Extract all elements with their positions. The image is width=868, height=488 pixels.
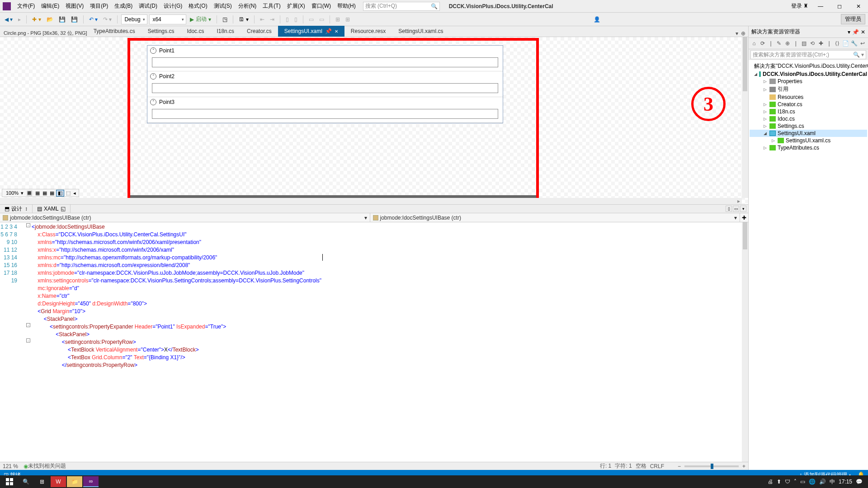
menu-project[interactable]: 项目(P): [87, 0, 111, 12]
nav-left-combo[interactable]: jobmode:IdocSettingsUIBase (ctr)▾: [0, 213, 370, 222]
popout-icon[interactable]: ◱: [61, 206, 66, 212]
expander-point3[interactable]: Point3: [159, 99, 175, 105]
sol-tb-7[interactable]: ✚: [817, 40, 824, 47]
point2-input[interactable]: [152, 83, 498, 93]
menu-build[interactable]: 生成(B): [112, 0, 135, 12]
designer-scrollbar-v[interactable]: [742, 37, 748, 198]
menu-tools[interactable]: 工具(T): [260, 0, 283, 12]
tray-2[interactable]: ⬆: [777, 479, 781, 485]
settings-node[interactable]: Settings.cs: [778, 123, 804, 129]
tray-1[interactable]: 🖨: [768, 479, 773, 485]
tray-clock[interactable]: 17:15: [839, 479, 852, 485]
settingsui-cs-node[interactable]: SettingsUI.xaml.cs: [786, 137, 830, 144]
zoom-tool-3[interactable]: ▦: [42, 190, 48, 196]
undo-button[interactable]: ↶ ▾: [87, 15, 99, 23]
tray-volume-icon[interactable]: 🔊: [819, 479, 826, 485]
sol-tb-3[interactable]: ✎: [775, 40, 783, 47]
align-6[interactable]: ⊞: [344, 15, 352, 23]
nav-back-button[interactable]: ◀ ▾: [3, 15, 14, 23]
tab-typeattributes[interactable]: TypeAttributes.cs: [87, 26, 142, 37]
tray-up-icon[interactable]: ˄: [794, 479, 797, 485]
sol-tb-4[interactable]: ⊕: [784, 40, 791, 47]
sol-tb-8[interactable]: ⟨⟩: [834, 40, 841, 47]
tab-creator-cs[interactable]: Creator.cs: [241, 26, 278, 37]
point1-input[interactable]: [152, 57, 498, 67]
indent-out[interactable]: ⇤: [258, 15, 266, 23]
expand-toggle[interactable]: ▷: [762, 117, 768, 121]
fold-column[interactable]: - - -: [25, 222, 32, 462]
pin-icon[interactable]: 📌: [325, 28, 332, 34]
settingsui-node[interactable]: SettingsUI.xaml: [778, 130, 816, 136]
zoom-in-icon[interactable]: +: [742, 463, 745, 469]
tool-window-button[interactable]: ⊕: [741, 30, 745, 37]
tab-settings-cs[interactable]: Settings.cs: [142, 26, 181, 37]
save-button[interactable]: 💾: [57, 15, 67, 23]
sol-tb-9[interactable]: 📄: [842, 40, 849, 47]
start-debug-button[interactable]: 启动 ▾: [188, 14, 213, 24]
menu-file[interactable]: 文件(F): [14, 0, 38, 12]
expander-point1[interactable]: Point1: [159, 47, 175, 54]
new-project-button[interactable]: ✚ ▾: [30, 15, 42, 23]
tab-resource-resx[interactable]: Resource.resx: [344, 26, 392, 37]
design-canvas[interactable]: ˄Point1 ˄Point2 ˄Point3: [147, 45, 503, 123]
expander-point2[interactable]: Point2: [159, 73, 175, 80]
quick-search-input[interactable]: 搜索 (Ctrl+Q) 🔍: [363, 2, 440, 11]
open-button[interactable]: 📂: [45, 15, 55, 23]
creator-node[interactable]: Creator.cs: [778, 101, 802, 108]
tray-action-center-icon[interactable]: 💬: [856, 479, 863, 485]
nav-right-combo[interactable]: jobmode:IdocSettingsUIBase (ctr)▾: [370, 213, 741, 222]
align-2[interactable]: ▯: [292, 15, 299, 23]
platform-combo[interactable]: x64: [149, 14, 186, 24]
align-5[interactable]: ⊞: [334, 15, 342, 23]
solution-tree[interactable]: 解决方案"DCCK.VisionPlus.iDocs.Utility.Cente…: [749, 60, 868, 470]
tab-circle-png[interactable]: Circle.png - PNG [36x36, 32 位, PNG]: [0, 30, 87, 37]
expand-toggle[interactable]: ▷: [762, 109, 768, 114]
solution-node[interactable]: 解决方案"DCCK.VisionPlus.iDocs.Utility.Cente…: [754, 62, 868, 70]
references-node[interactable]: 引用: [778, 85, 788, 93]
expand-toggle[interactable]: ▷: [762, 124, 768, 128]
expand-toggle[interactable]: ◢: [762, 131, 768, 136]
zoom-out-icon[interactable]: −: [678, 463, 681, 469]
close-tab-icon[interactable]: ✕: [335, 29, 338, 34]
task-view-icon[interactable]: ⊞: [34, 476, 50, 487]
align-4[interactable]: ▭: [317, 15, 326, 23]
designer-scrollbar-h[interactable]: ▸: [0, 198, 742, 204]
sol-home-icon[interactable]: ⌂: [750, 40, 758, 47]
chevron-up-icon[interactable]: ˄: [150, 47, 156, 54]
menu-edit[interactable]: 编辑(E): [38, 0, 62, 12]
typeattr-node[interactable]: TypeAttributes.cs: [778, 145, 819, 151]
tray-network-icon[interactable]: 🌐: [809, 479, 816, 485]
liveshare-icon[interactable]: 👤: [592, 15, 602, 23]
fold-toggle[interactable]: -: [26, 338, 30, 343]
tab-idoc-cs[interactable]: Idoc.cs: [180, 26, 210, 37]
fold-toggle[interactable]: -: [26, 323, 30, 327]
menu-debug[interactable]: 调试(D): [136, 0, 160, 12]
login-link[interactable]: 登录 ♜: [791, 2, 808, 10]
chevron-up-icon[interactable]: ˄: [150, 99, 156, 105]
panel-close-icon[interactable]: ✕: [861, 29, 865, 35]
redo-button[interactable]: ↷ ▾: [101, 15, 113, 23]
nav-add-button[interactable]: ✚: [740, 213, 748, 222]
expand-toggle[interactable]: ▷: [762, 102, 768, 107]
tab-i18n-cs[interactable]: I18n.cs: [210, 26, 241, 37]
zoom-tool-4[interactable]: ▦: [49, 190, 55, 196]
nav-fwd-button[interactable]: ▸: [16, 15, 23, 23]
zoom-tool-1[interactable]: 🔳: [25, 190, 33, 196]
expand-toggle[interactable]: ◢: [754, 72, 757, 76]
expand-toggle[interactable]: ▷: [770, 138, 776, 143]
tool-b[interactable]: 🖻 ▾: [237, 15, 250, 23]
zoom-tool-6[interactable]: ⬚: [65, 190, 71, 196]
menu-view[interactable]: 视图(V): [63, 0, 86, 12]
expand-toggle[interactable]: ▷: [762, 87, 768, 92]
tray-lang[interactable]: 中: [830, 478, 835, 486]
properties-node[interactable]: Properties: [778, 78, 802, 84]
config-combo[interactable]: Debug: [121, 14, 147, 24]
tab-settingsui-xaml-cs[interactable]: SettingsUI.xaml.cs: [392, 26, 449, 37]
taskbar-explorer[interactable]: 📁: [67, 476, 82, 487]
sol-tb-5[interactable]: ▤: [801, 40, 808, 47]
zoom-tool-5[interactable]: ◧: [56, 190, 64, 197]
idoc-node[interactable]: Idoc.cs: [778, 116, 795, 122]
zoom-combo[interactable]: 100% ▾: [4, 190, 24, 196]
tab-overflow-button[interactable]: ▾: [736, 30, 738, 37]
tab-settingsui-xaml[interactable]: SettingsUI.xaml📌✕: [278, 26, 344, 37]
